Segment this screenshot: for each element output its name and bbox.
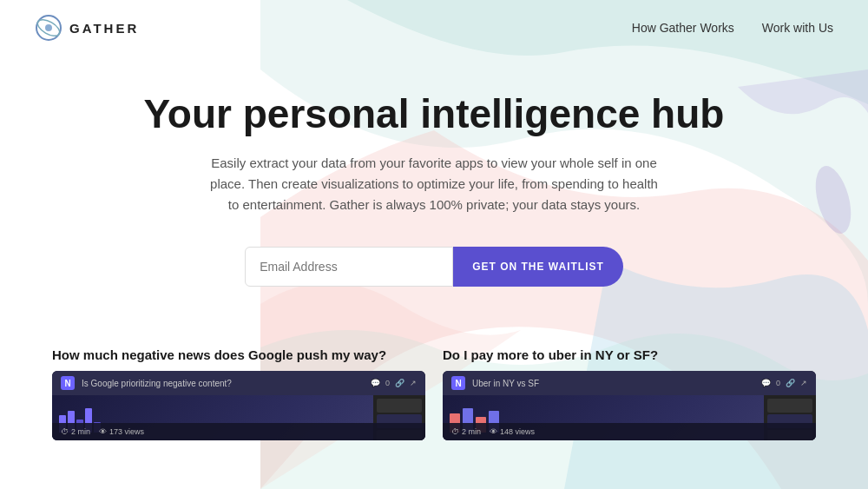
thumb-mini-1 <box>377 399 422 413</box>
card-2-n-badge: N <box>451 376 465 390</box>
email-input[interactable] <box>245 247 453 287</box>
card-2-comment-icon: 💬 <box>761 379 771 387</box>
clock-icon-2: ⏱ <box>451 427 459 436</box>
card-1-image[interactable]: N Is Google prioritizing negative conten… <box>52 371 425 440</box>
card-2-link-icon: 🔗 <box>786 379 795 387</box>
card-2-image-icons: 💬 0 🔗 ↗ <box>761 379 807 387</box>
clock-icon-1: ⏱ <box>61 427 69 436</box>
thumb-mini-4 <box>767 399 812 413</box>
card-2-image-title: Uber in NY vs SF <box>472 379 754 388</box>
cards-section: How much negative news does Google push … <box>0 347 868 440</box>
nav-link-work-with-us[interactable]: Work with Us <box>762 21 833 35</box>
card-1-image-icons: 💬 0 🔗 ↗ <box>371 379 417 387</box>
hero-subtitle: Easily extract your data from your favor… <box>208 153 660 215</box>
card-1-read-time: ⏱ 2 min <box>61 427 90 436</box>
card-2-count: 0 <box>776 379 780 387</box>
eye-icon-2: 👁 <box>490 427 497 436</box>
logo-area: GATHER <box>35 14 139 42</box>
card-2: Do I pay more to uber in NY or SF? N Ube… <box>443 347 816 440</box>
nav-link-how-gather-works[interactable]: How Gather Works <box>632 21 734 35</box>
views-2-value: 148 views <box>500 427 535 436</box>
views-1-value: 173 views <box>109 427 144 436</box>
card-1-share-icon: ↗ <box>410 379 417 387</box>
card-1-n-badge: N <box>61 376 75 390</box>
card-2-bottom-bar: ⏱ 2 min 👁 148 views <box>443 423 816 440</box>
waitlist-button[interactable]: GET ON THE WAITLIST <box>453 247 623 287</box>
svg-point-3 <box>45 24 52 31</box>
hero-section: Your personal intelligence hub Easily ex… <box>0 56 868 321</box>
card-1-bottom-bar: ⏱ 2 min 👁 173 views <box>52 423 425 440</box>
read-time-1-value: 2 min <box>71 427 90 436</box>
eye-icon-1: 👁 <box>99 427 107 436</box>
card-1-link-icon: 🔗 <box>395 379 404 387</box>
nav-links: How Gather Works Work with Us <box>632 21 833 35</box>
card-1-image-title: Is Google prioritizing negative content? <box>82 379 364 388</box>
card-2-share-icon: ↗ <box>800 379 807 387</box>
card-1: How much negative news does Google push … <box>52 347 425 440</box>
email-form: GET ON THE WAITLIST <box>17 247 851 287</box>
card-1-views: 👁 173 views <box>99 427 144 436</box>
card-1-count: 0 <box>385 379 390 387</box>
read-time-2-value: 2 min <box>462 427 481 436</box>
navbar: GATHER How Gather Works Work with Us <box>0 0 868 56</box>
card-1-comment-icon: 💬 <box>371 379 380 387</box>
hero-title: Your personal intelligence hub <box>17 90 851 137</box>
card-2-title: Do I pay more to uber in NY or SF? <box>443 347 816 362</box>
card-1-image-bar: N Is Google prioritizing negative conten… <box>52 371 425 395</box>
card-2-views: 👁 148 views <box>490 427 535 436</box>
gather-logo-icon <box>35 14 62 42</box>
card-2-read-time: ⏱ 2 min <box>451 427 481 436</box>
card-2-image-bar: N Uber in NY vs SF 💬 0 🔗 ↗ <box>443 371 816 395</box>
logo-text: GATHER <box>69 21 139 36</box>
card-1-title: How much negative news does Google push … <box>52 347 425 362</box>
card-2-image[interactable]: N Uber in NY vs SF 💬 0 🔗 ↗ <box>443 371 816 440</box>
